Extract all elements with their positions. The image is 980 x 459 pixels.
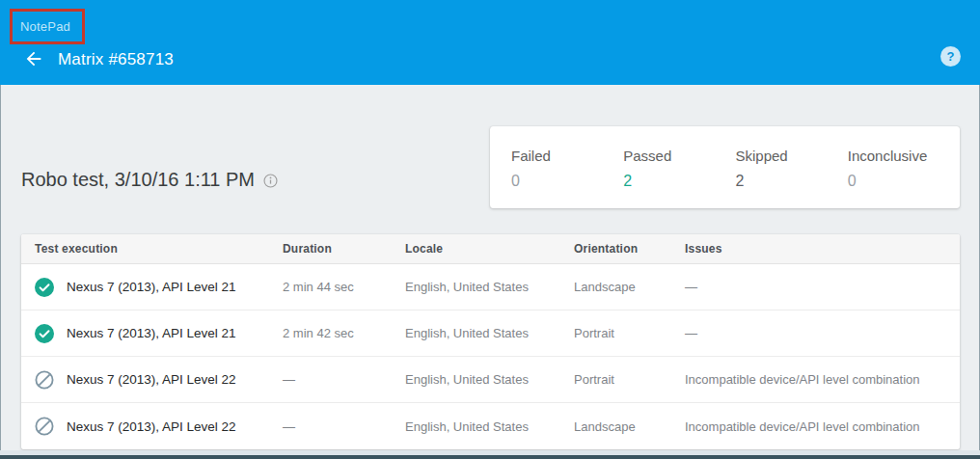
skipped-blocked-icon bbox=[35, 417, 54, 436]
locale-cell: English, United States bbox=[405, 372, 574, 387]
stat-value: 0 bbox=[848, 173, 960, 190]
window-bottom-edge bbox=[0, 450, 980, 459]
column-header-orientation: Orientation bbox=[574, 242, 685, 256]
locale-cell: English, United States bbox=[405, 326, 574, 340]
device-name: Nexus 7 (2013), API Level 21 bbox=[67, 326, 236, 340]
stat-failed: Failed 0 bbox=[511, 148, 623, 208]
column-header-duration: Duration bbox=[283, 242, 405, 256]
column-header-issues: Issues bbox=[685, 242, 960, 256]
stat-label: Failed bbox=[511, 148, 623, 164]
arrow-left-icon bbox=[23, 48, 44, 69]
info-icon[interactable] bbox=[263, 174, 278, 188]
app-name-link[interactable]: NotePad bbox=[20, 19, 70, 34]
orientation-cell: Landscape bbox=[574, 419, 685, 434]
passed-check-icon bbox=[35, 324, 54, 343]
stat-label: Passed bbox=[623, 148, 735, 164]
stat-label: Skipped bbox=[736, 148, 848, 164]
duration-cell: 2 min 42 sec bbox=[283, 326, 405, 340]
table-row[interactable]: Nexus 7 (2013), API Level 21 2 min 44 se… bbox=[21, 264, 960, 310]
skipped-blocked-icon bbox=[35, 370, 54, 390]
issues-cell: — bbox=[685, 326, 960, 340]
duration-cell: 2 min 44 sec bbox=[283, 280, 405, 294]
stat-inconclusive: Inconclusive 0 bbox=[848, 148, 960, 208]
table-row[interactable]: Nexus 7 (2013), API Level 21 2 min 42 se… bbox=[21, 310, 960, 357]
back-button[interactable] bbox=[22, 47, 45, 70]
stat-passed: Passed 2 bbox=[623, 148, 735, 208]
orientation-cell: Portrait bbox=[574, 326, 685, 340]
issues-cell: Incompatible device/API level combinatio… bbox=[685, 372, 960, 387]
help-icon[interactable]: ? bbox=[940, 46, 961, 67]
stat-skipped: Skipped 2 bbox=[736, 148, 848, 208]
issues-cell: Incompatible device/API level combinatio… bbox=[685, 419, 960, 434]
test-lab-window: NotePad Matrix #658713 ? Robo test, 3/10… bbox=[0, 0, 980, 459]
test-title: Robo test, 3/10/16 1:11 PM bbox=[21, 169, 255, 191]
issues-cell: — bbox=[685, 280, 960, 294]
device-name: Nexus 7 (2013), API Level 22 bbox=[67, 419, 236, 434]
device-name: Nexus 7 (2013), API Level 22 bbox=[67, 372, 236, 387]
table-row[interactable]: Nexus 7 (2013), API Level 22 — English, … bbox=[21, 357, 960, 403]
stat-value[interactable]: 2 bbox=[623, 173, 735, 190]
locale-cell: English, United States bbox=[405, 419, 574, 434]
stat-label: Inconclusive bbox=[848, 148, 960, 164]
test-title-row: Robo test, 3/10/16 1:11 PM bbox=[21, 169, 278, 191]
app-header: NotePad Matrix #658713 ? bbox=[0, 0, 980, 85]
page-title: Matrix #658713 bbox=[58, 50, 174, 69]
results-table: Test execution Duration Locale Orientati… bbox=[21, 234, 960, 449]
device-name: Nexus 7 (2013), API Level 21 bbox=[67, 280, 236, 294]
orientation-cell: Landscape bbox=[574, 280, 685, 294]
summary-card: Failed 0 Passed 2 Skipped 2 Inconclusive… bbox=[490, 126, 960, 208]
column-header-locale: Locale bbox=[405, 242, 574, 256]
stat-value: 2 bbox=[736, 173, 848, 190]
stat-value: 0 bbox=[511, 173, 623, 190]
duration-cell: — bbox=[283, 372, 405, 387]
passed-check-icon bbox=[35, 278, 54, 297]
duration-cell: — bbox=[283, 419, 405, 434]
locale-cell: English, United States bbox=[405, 280, 574, 294]
orientation-cell: Portrait bbox=[574, 372, 685, 387]
table-header-row: Test execution Duration Locale Orientati… bbox=[21, 234, 960, 264]
table-row[interactable]: Nexus 7 (2013), API Level 22 — English, … bbox=[21, 403, 960, 449]
column-header-test-execution: Test execution bbox=[21, 242, 283, 256]
